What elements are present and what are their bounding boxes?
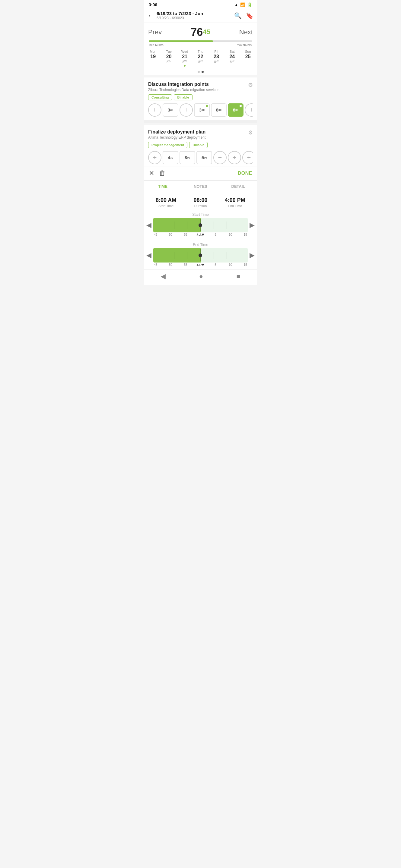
bs-done-button[interactable]: DONE xyxy=(238,170,252,176)
task2-cell-tue[interactable]: 430 xyxy=(163,151,178,164)
task2-cell-wed[interactable]: 800 xyxy=(179,151,195,164)
start-tick-10: 10 xyxy=(223,233,238,237)
status-bar: 3:06 ▲ 📶 🔋 xyxy=(144,0,257,8)
task1-cell-fri[interactable]: 800 xyxy=(211,103,227,117)
task2-tag-billable: Billable xyxy=(189,142,208,148)
task1-add-wed[interactable]: + xyxy=(179,103,193,117)
week-nav-top: Prev 7645 Next xyxy=(144,26,257,40)
dot-1 xyxy=(198,71,200,73)
header-sub-title: 6/19/23 - 6/30/23 xyxy=(156,16,234,20)
next-button[interactable]: Next xyxy=(237,28,255,36)
start-time-slider-section: Start Time ◀ ▶ 45 50 xyxy=(144,211,257,239)
start-tick-8am: 8 AM xyxy=(193,233,208,237)
start-slider-wrap: ◀ ▶ xyxy=(144,218,257,232)
task2-add-fri[interactable]: + xyxy=(213,151,227,164)
progress-fill xyxy=(149,40,213,42)
start-slider-left-arrow[interactable]: ◀ xyxy=(146,221,151,229)
minutes-number: 45 xyxy=(203,28,210,36)
day-thu[interactable]: Thu 22 800 xyxy=(193,50,208,67)
end-tick-5: 5 xyxy=(208,263,223,267)
week-navigator: Prev 7645 Next min 60 hrs max 96 hrs Mon… xyxy=(144,23,257,75)
end-tick-15: 15 xyxy=(238,263,253,267)
task2-cell-thu[interactable]: 500 xyxy=(196,151,212,164)
progress-track xyxy=(149,40,252,42)
task-card-2: Finalize deployment plan Altima Technolo… xyxy=(144,125,257,166)
end-tick-10: 10 xyxy=(223,263,238,267)
task1-tags: Consulting Billable xyxy=(148,94,253,100)
tab-notes[interactable]: NOTES xyxy=(182,181,219,192)
task1-time-entries: + 330 + 300 800 800 + xyxy=(148,100,253,120)
dot-indicators xyxy=(144,70,257,75)
start-slider-right-arrow[interactable]: ▶ xyxy=(250,221,255,229)
tab-detail[interactable]: DETAIL xyxy=(219,181,257,192)
end-tick-55: 55 xyxy=(178,263,193,267)
dot-2-active xyxy=(202,71,204,73)
end-slider-labels: 45 50 55 4 PM 5 10 15 xyxy=(144,263,257,267)
end-slider-left-arrow[interactable]: ◀ xyxy=(146,251,151,259)
task1-title: Discuss integration points xyxy=(148,82,217,87)
task2-time-entries: + 430 800 500 + + + xyxy=(148,148,253,166)
task2-add-sat[interactable]: + xyxy=(228,151,241,164)
start-tick-15: 15 xyxy=(238,233,253,237)
task2-subtitle: Altima Technology:ERP deployment xyxy=(148,135,208,140)
end-slider-wrap: ◀ ▶ xyxy=(144,248,257,262)
status-time: 3:06 xyxy=(149,2,157,7)
wifi-icon: 📶 xyxy=(240,2,245,7)
duration-label: Duration xyxy=(183,204,218,208)
day-wed[interactable]: Wed 21 800 xyxy=(177,50,193,67)
task1-cell-thu[interactable]: 300 xyxy=(194,103,210,117)
task1-add-sun[interactable]: + xyxy=(245,103,253,117)
end-slider-track[interactable] xyxy=(153,248,248,262)
start-time-value: 8:00 AM xyxy=(149,197,183,204)
task1-cell-sat[interactable]: 800 xyxy=(228,103,244,117)
task1-add-mon[interactable]: + xyxy=(148,103,162,117)
day-sat[interactable]: Sat 24 800 xyxy=(224,50,240,67)
bookmark-icon[interactable]: 🔖 xyxy=(246,12,254,19)
bs-tabs: TIME NOTES DETAIL xyxy=(144,181,257,192)
day-mon[interactable]: Mon 19 xyxy=(145,50,161,67)
battery-icon: 🔋 xyxy=(247,2,252,7)
start-slider-labels: 45 50 55 8 AM 5 10 15 xyxy=(144,233,257,237)
task2-header: Finalize deployment plan Altima Technolo… xyxy=(148,129,253,140)
task2-filter-icon[interactable]: ⚙ xyxy=(248,129,253,136)
app-header: ← 6/19/23 to 7/2/23 - Jun 6/19/23 - 6/30… xyxy=(144,8,257,23)
bs-close-button[interactable]: ✕ xyxy=(149,169,154,177)
task1-subtitle: Zibura Technologies:Data migration servi… xyxy=(148,88,219,92)
task2-tags: Project management Billable xyxy=(148,142,253,148)
task1-tag-billable: Billable xyxy=(174,94,192,100)
status-icons: ▲ 📶 🔋 xyxy=(234,2,252,7)
start-tick-5: 5 xyxy=(208,233,223,237)
prev-button[interactable]: Prev xyxy=(146,28,164,36)
back-button[interactable]: ← xyxy=(147,12,154,20)
task2-add-mon[interactable]: + xyxy=(148,151,162,164)
day-sun[interactable]: Sun 25 xyxy=(240,50,256,67)
min-label: min 60 hrs xyxy=(149,43,164,47)
start-time-label: Start Time xyxy=(149,204,183,208)
days-row: Mon 19 Tue 20 800 Wed 21 800 Thu 22 800 … xyxy=(144,48,257,70)
end-slider-right-arrow[interactable]: ▶ xyxy=(250,251,255,259)
nav-back-icon[interactable]: ◀ xyxy=(161,273,166,280)
bs-delete-button[interactable]: 🗑 xyxy=(159,169,166,177)
start-slider-track[interactable] xyxy=(153,218,248,232)
duration-value: 08:00 xyxy=(183,197,218,204)
tab-time[interactable]: TIME xyxy=(144,181,182,192)
signal-icon: ▲ xyxy=(234,2,238,7)
nav-home-icon[interactable]: ● xyxy=(199,273,203,280)
task1-filter-icon[interactable]: ⚙ xyxy=(248,82,253,88)
task2-add-sun[interactable]: + xyxy=(242,151,253,164)
end-tick-50: 50 xyxy=(163,263,178,267)
nav-recent-icon[interactable]: ■ xyxy=(236,273,240,280)
search-icon[interactable]: 🔍 xyxy=(234,12,242,19)
day-tue[interactable]: Tue 20 800 xyxy=(161,50,176,67)
time-info-row: 8:00 AM Start Time 08:00 Duration 4:00 P… xyxy=(144,192,257,211)
end-tick-4pm: 4 PM xyxy=(193,263,208,267)
start-tick-50: 50 xyxy=(163,233,178,237)
end-time-label: End Time xyxy=(218,204,252,208)
task1-cell-tue[interactable]: 330 xyxy=(163,103,178,117)
day-fri[interactable]: Fri 23 800 xyxy=(208,50,224,67)
divider-1 xyxy=(144,120,257,123)
system-nav-bar: ◀ ● ■ xyxy=(144,269,257,285)
task2-title: Finalize deployment plan xyxy=(148,129,205,135)
header-actions: 🔍 🔖 xyxy=(234,12,254,19)
start-tick-45: 45 xyxy=(148,233,163,237)
